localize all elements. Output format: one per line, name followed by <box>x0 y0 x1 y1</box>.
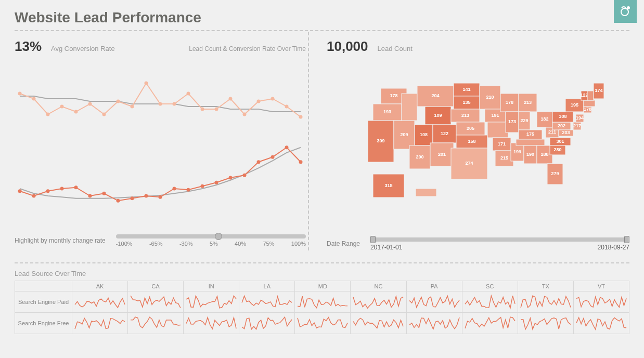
svg-text:182: 182 <box>540 116 548 122</box>
svg-text:280: 280 <box>553 147 561 152</box>
sparkline-cell <box>128 313 184 334</box>
sparkline-cell <box>462 291 518 313</box>
svg-text:279: 279 <box>551 171 559 176</box>
svg-point-12 <box>159 102 162 106</box>
sparkline-col-IN: IN <box>184 281 239 291</box>
horizontal-divider <box>15 262 629 263</box>
svg-point-33 <box>159 195 162 199</box>
svg-text:210: 210 <box>486 95 494 100</box>
svg-text:190: 190 <box>526 152 534 157</box>
svg-text:173: 173 <box>508 119 516 124</box>
svg-text:174: 174 <box>595 88 602 93</box>
svg-point-16 <box>215 108 218 111</box>
svg-point-29 <box>102 192 106 195</box>
svg-point-2 <box>18 92 22 96</box>
brand-logo <box>614 0 637 23</box>
svg-point-37 <box>215 181 218 184</box>
sparkline-cell <box>295 291 351 313</box>
svg-text:199: 199 <box>513 149 521 154</box>
sparkline-cell <box>518 313 573 334</box>
svg-point-26 <box>60 187 64 191</box>
svg-point-40 <box>257 160 261 164</box>
svg-text:211: 211 <box>548 129 556 135</box>
date-range-start: 2017-01-01 <box>370 244 402 251</box>
svg-point-27 <box>74 185 78 189</box>
highlight-slider-label: Highlight by monthly change rate <box>15 237 106 244</box>
svg-point-41 <box>271 155 275 159</box>
svg-text:135: 135 <box>462 100 470 105</box>
sparkline-cell <box>128 291 184 313</box>
svg-point-36 <box>201 184 204 188</box>
sparkline-cell <box>239 291 295 313</box>
svg-text:309: 309 <box>377 138 384 143</box>
svg-text:122: 122 <box>580 92 588 98</box>
sparkline-col-TX: TX <box>518 281 573 291</box>
svg-point-24 <box>32 194 36 198</box>
slider-tick: 100% <box>291 241 306 247</box>
svg-text:109: 109 <box>434 113 442 118</box>
svg-text:188: 188 <box>540 152 548 157</box>
svg-point-19 <box>257 100 261 103</box>
svg-point-9 <box>117 100 120 103</box>
svg-text:194: 194 <box>576 115 584 121</box>
sparkline-col-AK: AK <box>72 281 128 291</box>
date-range-label: Date Range <box>327 240 360 247</box>
svg-point-20 <box>271 97 275 101</box>
svg-point-15 <box>201 108 204 111</box>
sparkline-cell <box>239 313 295 334</box>
svg-text:202: 202 <box>558 123 565 128</box>
map-state-MO[interactable] <box>487 122 508 138</box>
svg-point-35 <box>187 188 190 192</box>
svg-text:200: 200 <box>416 154 423 160</box>
svg-text:229: 229 <box>520 118 528 123</box>
kpi-conversion-label: Avg Conversion Rate <box>51 45 115 52</box>
svg-text:193: 193 <box>383 109 391 114</box>
map-state-ID[interactable] <box>402 94 417 121</box>
svg-text:122: 122 <box>441 131 448 136</box>
highlight-slider[interactable]: -100%-65%-30%5%40%75%100% <box>116 231 306 250</box>
svg-point-13 <box>173 102 176 106</box>
us-map-chart: 1781933092092041091081222002011411352132… <box>327 60 629 226</box>
sparkline-col-PA: PA <box>406 281 462 291</box>
svg-point-23 <box>18 189 22 193</box>
svg-point-17 <box>229 97 233 101</box>
svg-point-43 <box>299 160 303 164</box>
sparkline-cell <box>72 313 128 334</box>
svg-point-32 <box>145 194 148 198</box>
sparkline-row-0: Search Engine Paid <box>15 291 72 313</box>
svg-text:191: 191 <box>491 113 499 118</box>
kpi-conversion-value: 13% <box>15 38 42 55</box>
svg-text:171: 171 <box>498 141 506 147</box>
svg-text:201: 201 <box>438 152 446 157</box>
page-title: Website Lead Performance <box>15 9 201 26</box>
svg-point-22 <box>299 115 303 119</box>
date-range-slider[interactable]: 2017-01-01 2018-09-27 <box>370 234 629 253</box>
kpi-leadcount-value: 10,000 <box>327 38 368 55</box>
map-state-TN[interactable] <box>516 139 545 145</box>
slider-tick: -100% <box>116 241 133 247</box>
svg-point-0 <box>621 8 628 16</box>
map-state-HI[interactable] <box>416 189 436 196</box>
svg-point-38 <box>229 176 233 180</box>
svg-point-6 <box>74 110 78 114</box>
sparkline-cell <box>184 313 239 334</box>
sparkline-cell <box>406 291 462 313</box>
map-state-MA[interactable] <box>584 100 595 107</box>
sparkline-col-CA: CA <box>128 281 184 291</box>
svg-point-1 <box>627 6 630 9</box>
lead-source-title: Lead Source Over Time <box>15 270 629 277</box>
svg-text:215: 215 <box>500 155 508 161</box>
svg-point-25 <box>46 189 50 193</box>
svg-point-3 <box>32 97 36 101</box>
sparkline-cell <box>72 291 128 313</box>
svg-point-14 <box>187 92 190 96</box>
svg-text:178: 178 <box>584 107 591 112</box>
svg-text:195: 195 <box>571 102 578 108</box>
svg-text:213: 213 <box>524 100 532 105</box>
map-state-NH[interactable] <box>587 91 594 100</box>
svg-point-39 <box>243 174 247 177</box>
svg-text:141: 141 <box>462 87 470 92</box>
sparkline-cell <box>295 313 351 334</box>
svg-point-28 <box>88 194 92 198</box>
svg-text:308: 308 <box>559 114 566 119</box>
